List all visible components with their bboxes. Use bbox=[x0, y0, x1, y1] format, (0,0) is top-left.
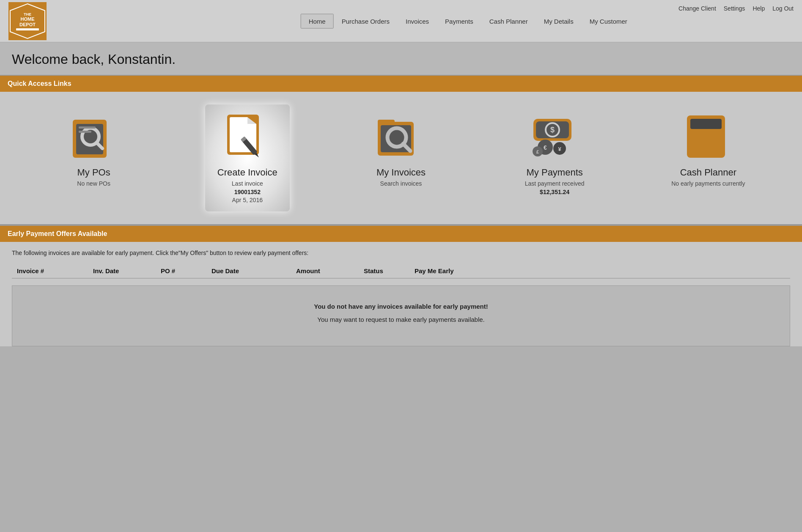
create-invoice-title: Create Invoice bbox=[217, 167, 277, 178]
my-payments-subtitle: Last payment received $12,351.24 bbox=[525, 180, 585, 196]
col-header-amount: Amount bbox=[296, 267, 364, 274]
svg-rect-37 bbox=[701, 133, 710, 139]
cash-planner-icon bbox=[683, 111, 733, 162]
svg-rect-36 bbox=[690, 133, 699, 139]
svg-text:THE: THE bbox=[24, 12, 31, 16]
cash-planner-title: Cash Planner bbox=[680, 167, 736, 178]
tab-invoices[interactable]: Invoices bbox=[398, 14, 437, 28]
svg-text:£: £ bbox=[536, 149, 539, 154]
my-pos-item[interactable]: My POs No new POs bbox=[52, 104, 136, 195]
svg-text:€: € bbox=[544, 144, 547, 151]
cash-planner-item[interactable]: Cash Planner No early payments currently bbox=[666, 104, 750, 195]
my-payments-icon: $ € ¥ £ bbox=[529, 111, 580, 162]
my-pos-title: My POs bbox=[77, 167, 110, 178]
col-header-invoice: Invoice # bbox=[17, 267, 93, 274]
create-invoice-icon bbox=[222, 111, 273, 162]
col-header-po: PO # bbox=[161, 267, 211, 274]
my-payments-title: My Payments bbox=[527, 167, 583, 178]
tab-cash-planner[interactable]: Cash Planner bbox=[481, 14, 536, 28]
svg-rect-11 bbox=[79, 131, 91, 133]
svg-rect-5 bbox=[16, 28, 39, 30]
svg-text:¥: ¥ bbox=[558, 146, 562, 152]
svg-rect-40 bbox=[701, 142, 710, 148]
svg-rect-44 bbox=[712, 150, 721, 156]
my-invoices-subtitle: Search invoices bbox=[380, 180, 422, 188]
tab-my-details[interactable]: My Details bbox=[536, 14, 582, 28]
tab-my-customer[interactable]: My Customer bbox=[582, 14, 635, 28]
my-invoices-item[interactable]: My Invoices Search invoices bbox=[359, 104, 443, 195]
settings-link[interactable]: Settings bbox=[724, 5, 745, 12]
early-payment-section: Early Payment Offers Available The follo… bbox=[0, 226, 802, 346]
top-right-links: Change Client Settings Help Log Out bbox=[678, 5, 794, 12]
create-invoice-item[interactable]: Create Invoice Last invoice 19001352 Apr… bbox=[205, 104, 290, 211]
header: THE HOME DEPOT Change Client Settings He… bbox=[0, 0, 802, 42]
svg-rect-39 bbox=[690, 142, 699, 148]
help-link[interactable]: Help bbox=[753, 5, 765, 12]
tab-purchase-orders[interactable]: Purchase Orders bbox=[334, 14, 398, 28]
no-invoices-box: You do not have any invoices available f… bbox=[12, 285, 790, 346]
welcome-bar: Welcome back, Konstantin. bbox=[0, 42, 802, 76]
no-invoices-line1: You do not have any invoices available f… bbox=[21, 303, 781, 310]
quick-access-section: Quick Access Links My POs No new POs bbox=[0, 76, 802, 226]
tab-home[interactable]: Home bbox=[301, 14, 334, 28]
svg-rect-35 bbox=[690, 119, 722, 129]
my-invoices-title: My Invoices bbox=[376, 167, 426, 178]
early-payment-header: Early Payment Offers Available bbox=[0, 226, 802, 242]
quick-access-header: Quick Access Links bbox=[0, 76, 802, 92]
cash-planner-subtitle: No early payments currently bbox=[671, 180, 745, 188]
home-depot-logo[interactable]: THE HOME DEPOT bbox=[8, 2, 47, 40]
table-header-row: Invoice # Inv. Date PO # Due Date Amount… bbox=[12, 264, 790, 279]
my-payments-item[interactable]: $ € ¥ £ My Payments Last payment receive… bbox=[512, 104, 597, 203]
svg-text:HOME: HOME bbox=[21, 16, 35, 22]
my-invoices-icon bbox=[376, 111, 426, 162]
svg-rect-41 bbox=[712, 142, 721, 148]
early-payment-body: The following invoices are available for… bbox=[0, 242, 802, 346]
col-header-pay-early: Pay Me Early bbox=[415, 267, 482, 274]
tab-payments[interactable]: Payments bbox=[437, 14, 481, 28]
welcome-text: Welcome back, Konstantin. bbox=[12, 52, 176, 67]
nav-tabs: Home Purchase Orders Invoices Payments C… bbox=[301, 14, 635, 28]
logout-link[interactable]: Log Out bbox=[772, 5, 794, 12]
my-pos-subtitle: No new POs bbox=[77, 180, 110, 188]
change-client-link[interactable]: Change Client bbox=[678, 5, 716, 12]
my-pos-icon bbox=[69, 111, 119, 162]
col-header-due-date: Due Date bbox=[211, 267, 296, 274]
no-invoices-line2: You may want to request to make early pa… bbox=[21, 316, 781, 323]
svg-text:DEPOT: DEPOT bbox=[19, 22, 36, 27]
svg-rect-42 bbox=[690, 150, 699, 156]
svg-rect-38 bbox=[712, 133, 721, 139]
svg-rect-10 bbox=[79, 126, 96, 129]
early-payment-description: The following invoices are available for… bbox=[12, 250, 790, 256]
col-header-inv-date: Inv. Date bbox=[93, 267, 161, 274]
col-header-status: Status bbox=[364, 267, 415, 274]
svg-rect-43 bbox=[701, 150, 710, 156]
quick-access-body: My POs No new POs Create Invoice Last in… bbox=[0, 92, 802, 226]
svg-text:$: $ bbox=[550, 126, 555, 134]
create-invoice-subtitle: Last invoice 19001352 Apr 5, 2016 bbox=[232, 180, 263, 205]
